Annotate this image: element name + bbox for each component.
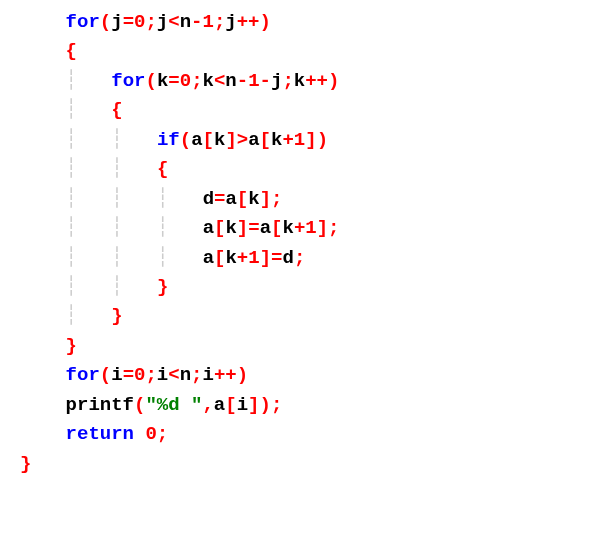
code-line: ┆ ┆ ┆ a[k+1]=d;: [20, 244, 602, 273]
code-line: ┆ ┆ {: [20, 155, 602, 184]
code-line: for(i=0;i<n;i++): [20, 361, 602, 390]
code-line: ┆ ┆ if(a[k]>a[k+1]): [20, 126, 602, 155]
code-line: ┆ {: [20, 96, 602, 125]
code-line: ┆ }: [20, 302, 602, 331]
code-line: return 0;: [20, 420, 602, 449]
code-line: for(j=0;j<n-1;j++): [20, 8, 602, 37]
code-line: ┆ for(k=0;k<n-1-j;k++): [20, 67, 602, 96]
code-block: for(j=0;j<n-1;j++) { ┆ for(k=0;k<n-1-j;k…: [20, 8, 602, 479]
code-line: }: [20, 450, 602, 479]
code-line: ┆ ┆ ┆ a[k]=a[k+1];: [20, 214, 602, 243]
code-line: }: [20, 332, 602, 361]
code-line: ┆ ┆ ┆ d=a[k];: [20, 185, 602, 214]
code-line: {: [20, 37, 602, 66]
code-line: ┆ ┆ }: [20, 273, 602, 302]
code-line: printf("%d ",a[i]);: [20, 391, 602, 420]
